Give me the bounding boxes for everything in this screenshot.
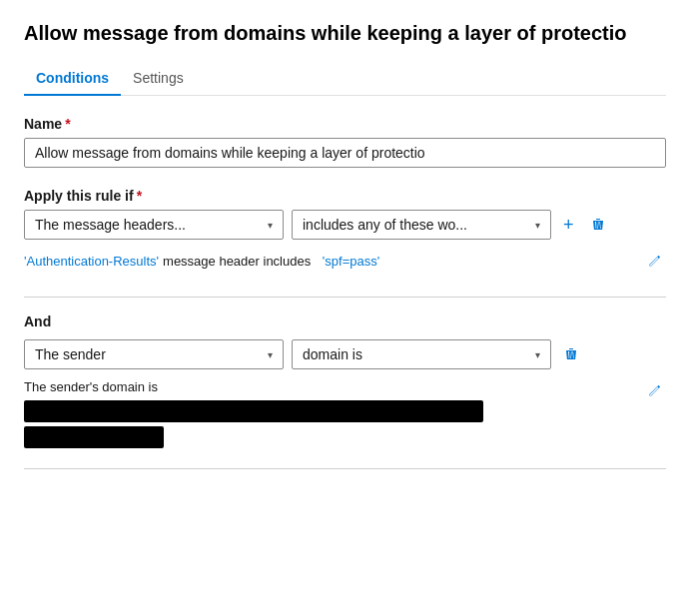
message-headers-chevron-icon: ▾	[268, 220, 273, 231]
header-value-link: 'spf=pass'	[323, 254, 379, 269]
domain-is-chevron-icon: ▾	[535, 349, 540, 360]
and-section: And The sender ▾ domain is ▾ The sender'…	[24, 313, 666, 448]
header-name-link: 'Authentication-Results'	[24, 254, 159, 269]
condition-detail: 'Authentication-Results' message header …	[24, 254, 634, 269]
section-divider-2	[24, 468, 666, 469]
domain-is-dropdown-text: domain is	[303, 346, 362, 362]
message-headers-dropdown[interactable]: The message headers... ▾	[24, 210, 284, 240]
sender-dropdown[interactable]: The sender ▾	[24, 339, 284, 369]
domain-is-dropdown[interactable]: domain is ▾	[292, 339, 551, 369]
name-label: Name*	[24, 116, 666, 132]
apply-required-marker: *	[137, 188, 142, 204]
name-required-marker: *	[65, 116, 70, 132]
add-icon: +	[563, 215, 574, 236]
tab-conditions[interactable]: Conditions	[24, 62, 121, 96]
edit-sender-icon	[646, 383, 662, 399]
edit-icon	[646, 254, 662, 270]
apply-rule-label: Apply this rule if*	[24, 188, 666, 204]
name-section: Name*	[24, 116, 666, 168]
sender-chevron-icon: ▾	[268, 349, 273, 360]
sender-domain-content: The sender's domain is	[24, 379, 634, 448]
message-headers-dropdown-text: The message headers...	[35, 217, 186, 233]
includes-words-chevron-icon: ▾	[535, 220, 540, 231]
sender-domain-label: The sender's domain is	[24, 379, 634, 394]
condition-detail-row: 'Authentication-Results' message header …	[24, 250, 666, 277]
sender-domain-detail-row: The sender's domain is	[24, 379, 666, 448]
delete-icon	[590, 217, 606, 233]
edit-condition-button[interactable]	[642, 250, 666, 274]
tab-settings[interactable]: Settings	[121, 62, 196, 96]
and-label: And	[24, 313, 666, 329]
sender-dropdown-text: The sender	[35, 346, 106, 362]
apply-rule-section: Apply this rule if* The message headers.…	[24, 188, 666, 277]
and-rule-row: The sender ▾ domain is ▾	[24, 339, 666, 369]
edit-sender-condition-button[interactable]	[642, 379, 666, 403]
includes-words-dropdown[interactable]: includes any of these wo... ▾	[292, 210, 551, 240]
apply-rule-row: The message headers... ▾ includes any of…	[24, 210, 666, 240]
page-title: Allow message from domains while keeping…	[24, 20, 666, 46]
delete-and-condition-button[interactable]	[559, 342, 583, 366]
tabs-container: Conditions Settings	[24, 62, 666, 96]
section-divider-1	[24, 297, 666, 298]
condition-middle-text: message header includes	[163, 254, 311, 269]
add-condition-button[interactable]: +	[559, 211, 578, 240]
name-input[interactable]	[24, 138, 666, 168]
delete-condition-button[interactable]	[586, 213, 610, 237]
redacted-domain-short	[24, 426, 164, 448]
delete-and-icon	[563, 346, 579, 362]
redacted-domain-long	[24, 400, 483, 422]
includes-words-dropdown-text: includes any of these wo...	[303, 217, 467, 233]
